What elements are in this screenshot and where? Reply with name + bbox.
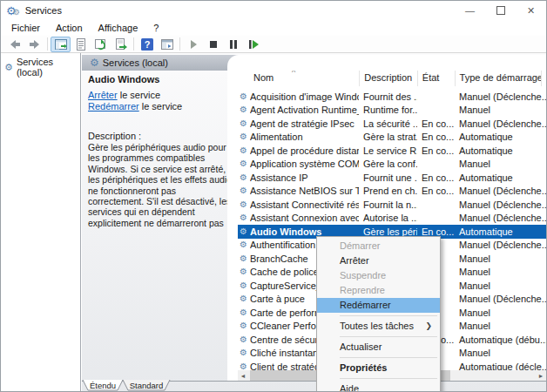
service-row[interactable]: ⚙ Assistant Connectivité réseau Fournit … — [238, 198, 546, 212]
service-gear-icon: ⚙ — [240, 227, 247, 236]
context-menu-item-toutes-les-taches[interactable]: Toutes les tâches ❯ — [317, 319, 440, 334]
service-row[interactable]: ⚙ Alimentation Gère la strat... En co...… — [238, 131, 546, 145]
service-startup-type-cell: Manuel — [455, 267, 546, 277]
toolbar-back-button[interactable] — [4, 37, 24, 52]
minimize-icon: — — [465, 5, 475, 16]
context-menu: Démarrer Arrêter Suspendre Reprendre Red… — [316, 236, 441, 392]
service-name-cell: Acquisition d'image Windo... — [250, 91, 359, 102]
service-row[interactable]: ⚙ Application système COM+ Gère la conf.… — [238, 158, 546, 172]
tab-standard-label[interactable]: Standard — [130, 381, 164, 390]
context-menu-item-label: Arrêter — [340, 255, 369, 266]
menu-action[interactable]: Action — [48, 23, 91, 33]
column-header-description[interactable]: Description — [360, 71, 418, 86]
service-row[interactable]: ⚙ Assistance NetBIOS sur TCP... Prend en… — [238, 185, 546, 199]
context-menu-item-actualiser[interactable]: Actualiser — [317, 340, 440, 355]
context-menu-item-redemarrer[interactable]: Redémarrer — [317, 298, 440, 313]
stop-service-link[interactable]: Arrêter — [88, 90, 118, 100]
menu-aide[interactable]: ? — [145, 23, 166, 33]
context-menu-item-reprendre[interactable]: Reprendre — [317, 283, 440, 298]
window-title: Services — [25, 5, 62, 16]
toolbar-export-list-button[interactable] — [111, 37, 131, 52]
context-menu-item-demarrer[interactable]: Démarrer — [317, 239, 440, 253]
service-row[interactable]: ⚙ Agent Activation Runtime_... Runtime f… — [238, 104, 546, 118]
service-state-cell: En co... — [417, 145, 455, 156]
show-console-tree-icon — [54, 37, 68, 51]
service-startup-type-cell: Manuel — [455, 348, 546, 358]
column-header-type-demarrage[interactable]: Type de démarrage — [456, 71, 542, 86]
menu-fichier[interactable]: Fichier — [3, 23, 48, 33]
service-description-cell: Fournit une ... — [359, 172, 417, 183]
service-startup-type-cell: Manuel (Déclenche... — [455, 91, 546, 102]
service-description-cell: Gère les péri... — [359, 226, 417, 237]
service-state-cell: En co... — [417, 226, 455, 237]
context-menu-separator — [340, 315, 437, 316]
maximize-button[interactable] — [485, 1, 516, 20]
service-row[interactable]: ⚙ Appel de procédure distant... Le servi… — [238, 144, 546, 158]
service-name-cell: Agent Activation Runtime_... — [250, 105, 359, 115]
service-description-cell: Runtime for... — [359, 105, 417, 115]
context-menu-separator — [340, 378, 437, 379]
toolbar-help-button[interactable]: ? — [137, 37, 157, 52]
service-state-cell: En co... — [417, 118, 455, 129]
list-header: Nom^ Description État Type de démarrage — [238, 71, 546, 86]
column-header-etat[interactable]: État — [418, 71, 456, 86]
service-row[interactable]: ⚙ Assistant Connexion avec u... Autorise… — [238, 212, 546, 226]
restart-service-link[interactable]: Redémarrer — [88, 101, 139, 112]
service-startup-type-cell: Automatique — [455, 145, 546, 156]
toolbar-properties-button[interactable] — [71, 37, 91, 52]
service-gear-icon: ⚙ — [240, 146, 247, 155]
context-menu-item-aide[interactable]: Aide — [317, 382, 440, 392]
toolbar-extended-view-button[interactable] — [157, 37, 177, 52]
toolbar-pause-service-button[interactable] — [223, 37, 243, 52]
toolbar-show-console-tree-button[interactable] — [51, 37, 71, 52]
service-gear-icon: ⚙ — [240, 173, 247, 182]
service-gear-icon: ⚙ — [240, 281, 247, 290]
service-gear-icon: ⚙ — [240, 308, 247, 317]
menu-affichage[interactable]: Affichage — [91, 23, 146, 33]
context-menu-item-arreter[interactable]: Arrêter — [317, 253, 440, 268]
service-row[interactable]: ⚙ Assistance IP Fournit une ... En co...… — [238, 171, 546, 185]
service-gear-icon: ⚙ — [240, 335, 247, 344]
selected-service-name: Audio Windows — [88, 74, 159, 84]
context-menu-item-suspendre[interactable]: Suspendre — [317, 268, 440, 283]
content-header-band: ⚙ Services (local) — [82, 55, 247, 71]
scroll-right-button[interactable]: ► — [536, 370, 546, 381]
column-header-nom[interactable]: Nom^ — [238, 71, 360, 86]
service-description-cell: Gère la strat... — [359, 132, 417, 142]
service-startup-type-cell: Manuel — [455, 159, 546, 169]
scroll-left-icon: ◄ — [240, 373, 246, 379]
service-startup-type-cell: Manuel (Déclenche... — [455, 199, 546, 210]
refresh-icon — [94, 37, 108, 51]
services-window: ⚙⚙ Services — ✕ Fichier Action Affichage… — [0, 0, 547, 392]
service-description-cell: Fournit des ... — [359, 91, 417, 102]
service-description-cell: La sécurité ... — [359, 118, 417, 129]
toolbar-start-service-button[interactable] — [183, 37, 203, 52]
context-menu-item-label: Actualiser — [340, 341, 382, 352]
help-icon: ? — [140, 37, 154, 51]
extended-view-icon — [160, 37, 174, 51]
close-icon: ✕ — [527, 5, 535, 17]
service-row[interactable]: ⚙ Agent de stratégie IPsec La sécurité .… — [238, 117, 546, 131]
context-menu-separator — [340, 336, 437, 337]
service-gear-icon: ⚙ — [240, 254, 247, 263]
stop-service-rest: le service — [118, 90, 161, 100]
toolbar-separator — [47, 37, 48, 51]
service-gear-icon: ⚙ — [240, 186, 247, 195]
scroll-left-button[interactable]: ◄ — [238, 370, 248, 381]
service-gear-icon: ⚙ — [240, 240, 247, 249]
context-menu-item-label: Redémarrer — [340, 300, 391, 310]
service-gear-icon: ⚙ — [240, 267, 247, 276]
service-description-cell: Autorise la ... — [359, 213, 417, 223]
toolbar-forward-button[interactable] — [24, 37, 44, 52]
tab-etendu-label[interactable]: Étendu — [90, 381, 116, 390]
context-menu-item-proprietes[interactable]: Propriétés — [317, 361, 440, 375]
service-gear-icon: ⚙ — [240, 362, 247, 370]
toolbar-stop-service-button[interactable] — [203, 37, 223, 52]
toolbar-refresh-button[interactable] — [91, 37, 111, 52]
toolbar-restart-service-button[interactable] — [243, 37, 263, 52]
minimize-button[interactable]: — — [455, 1, 485, 20]
tree-item-services-local[interactable]: ⚙ Services (local) — [1, 53, 80, 78]
close-button[interactable]: ✕ — [516, 1, 546, 20]
service-row[interactable]: ⚙ Acquisition d'image Windo... Fournit d… — [238, 90, 546, 104]
service-name-cell: Assistance NetBIOS sur TCP... — [250, 186, 359, 196]
